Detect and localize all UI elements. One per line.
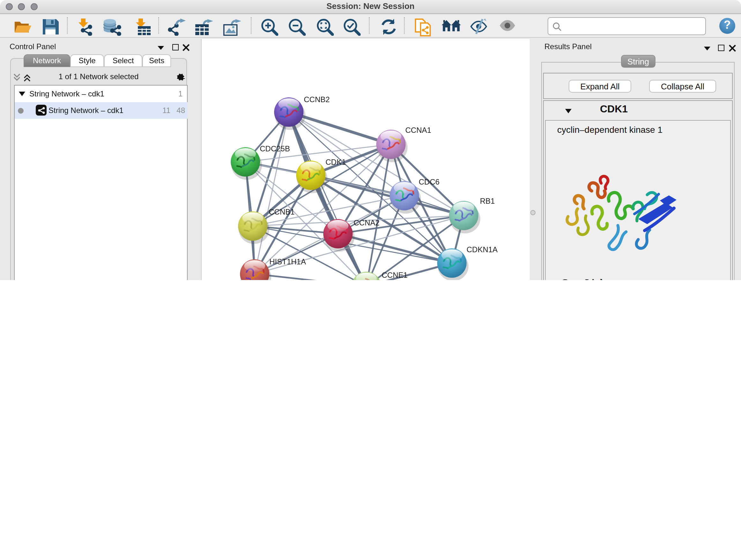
svg-text:RB1: RB1 <box>480 197 495 205</box>
svg-text:CDK1: CDK1 <box>326 158 346 166</box>
svg-text:CCNA1: CCNA1 <box>405 126 431 134</box>
svg-text:CDC6: CDC6 <box>419 178 440 186</box>
svg-text:HIST1H1A: HIST1H1A <box>269 257 306 266</box>
svg-text:CDKN1A: CDKN1A <box>467 245 497 254</box>
svg-text:CCNB2: CCNB2 <box>304 95 330 104</box>
svg-text:CCNA2: CCNA2 <box>354 219 380 227</box>
svg-text:CCNE1: CCNE1 <box>382 271 408 279</box>
svg-text:CCNB1: CCNB1 <box>269 207 294 216</box>
svg-text:CDC25B: CDC25B <box>260 144 290 153</box>
